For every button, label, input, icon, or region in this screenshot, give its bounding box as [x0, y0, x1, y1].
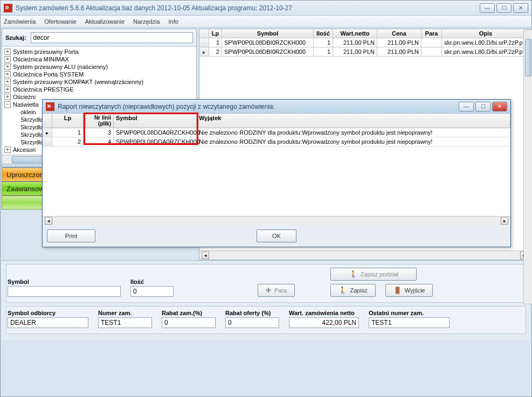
expand-icon[interactable]: +: [4, 147, 11, 153]
zapisz-button[interactable]: 🚶Zapisz: [330, 284, 375, 297]
minimize-button[interactable]: —: [480, 3, 495, 13]
report-dialog: Raport niewczytanych (nieprawidłowych) p…: [42, 99, 511, 247]
scroll-left-icon[interactable]: ◂: [45, 217, 52, 225]
ilosc-input[interactable]: [130, 286, 174, 297]
report-row[interactable]: 1 3 SPWP0P0L08DDA0RZCKH000 Nie znalezion…: [43, 128, 510, 137]
maximize-button[interactable]: ☐: [496, 3, 512, 13]
app-icon: [4, 4, 12, 12]
dialog-close-button[interactable]: ✕: [492, 102, 507, 112]
ostatni-numer-input[interactable]: [369, 317, 450, 328]
save-icon: 🚶: [338, 287, 347, 294]
report-grid[interactable]: Lp Nr linii (plik) Symbol Wyjątek 1 3 SP…: [43, 114, 510, 147]
wart-zam-label: Wart. zamówienia netto: [289, 310, 359, 316]
menu-zamowienia[interactable]: Zamówienia: [4, 18, 36, 25]
para-button[interactable]: ✚Para: [258, 284, 295, 297]
expand-icon[interactable]: +: [4, 56, 11, 62]
grid-row[interactable]: 1 SPWP0P0L08DBI0RZCKH000 1 211,00 PLN 21…: [199, 38, 530, 47]
expand-icon[interactable]: +: [4, 71, 11, 78]
menu-narzedzia[interactable]: Narzędzia: [133, 18, 160, 25]
rabat-zam-input[interactable]: [162, 317, 216, 328]
order-lines-grid[interactable]: Lp Symbol Ilość Wart.netto Cena Para Opi…: [199, 29, 530, 57]
wyjscie-button[interactable]: 🚪Wyjście: [385, 284, 433, 297]
dialog-maximize-button[interactable]: ☐: [475, 102, 490, 112]
ok-button[interactable]: OK: [257, 229, 296, 242]
row-selector[interactable]: [43, 137, 52, 146]
window-title: System zamówień 5.6.6 Aktualizacja baz d…: [16, 4, 480, 12]
scroll-left-icon[interactable]: ◂: [202, 252, 209, 259]
summary-row: Symbol odbiorcy Numer zam. Rabat zam.(%)…: [6, 306, 526, 334]
symbol-odbiorcy-input[interactable]: [8, 317, 88, 328]
person-icon: 🚶: [349, 270, 357, 278]
numer-zam-label: Numer zam.: [98, 310, 152, 316]
dialog-title: Raport niewczytanych (nieprawidłowych) p…: [58, 103, 459, 110]
dialog-minimize-button[interactable]: —: [459, 102, 474, 112]
expand-icon[interactable]: +: [4, 48, 11, 55]
app-icon: [46, 102, 54, 111]
window-controls: — ☐ ✕: [480, 3, 528, 13]
grid-hscroll[interactable]: ◂ ▸: [199, 250, 530, 260]
tree-item[interactable]: +Ościeżnica MINIMAX: [2, 55, 196, 63]
wart-zam-display: [289, 317, 359, 328]
rabat-zam-label: Rabat zam.(%): [162, 310, 216, 316]
print-button[interactable]: Print: [47, 229, 95, 242]
row-selector[interactable]: [199, 38, 209, 47]
expand-icon[interactable]: +: [4, 64, 11, 70]
report-row[interactable]: 2 4 SPWP0P0L08DDA0RZCKH000 Nie znalezion…: [43, 137, 510, 147]
symbol-odbiorcy-label: Symbol odbiorcy: [8, 310, 88, 316]
symbol-input[interactable]: [8, 286, 121, 297]
symbol-label: Symbol: [8, 278, 121, 285]
expand-icon[interactable]: +: [4, 79, 11, 85]
menu-aktualizowanie[interactable]: Aktualizowanie: [85, 18, 125, 25]
plus-icon: ✚: [266, 287, 271, 294]
rabat-oferty-input[interactable]: [225, 317, 279, 328]
close-button[interactable]: ✕: [513, 3, 528, 13]
menubar: Zamówienia Ofertowanie Aktualizowanie Na…: [1, 16, 531, 27]
tree-item[interactable]: +Ościeżnica Porta SYSTEM: [2, 71, 196, 78]
collapse-icon[interactable]: −: [4, 101, 11, 108]
dialog-titlebar: Raport niewczytanych (nieprawidłowych) p…: [43, 100, 510, 114]
expand-icon[interactable]: +: [4, 94, 11, 100]
grid-row[interactable]: 2 SPWP0P0L08DBI0RZCKH000 1 211,00 PLN 21…: [199, 47, 530, 57]
grid-header: Lp Symbol Ilość Wart.netto Cena Para Opi…: [199, 29, 530, 38]
dialog-body: Lp Nr linii (plik) Symbol Wyjątek 1 3 SP…: [43, 114, 510, 216]
ostatni-numer-label: Ostatni numer zam.: [369, 310, 450, 316]
exit-icon: 🚪: [393, 287, 402, 294]
main-vscrollbar[interactable]: [523, 30, 532, 304]
menu-info[interactable]: Info: [169, 18, 178, 25]
expand-icon[interactable]: +: [4, 86, 11, 93]
tree-item[interactable]: +Ościeżnica PRESTIGE: [2, 86, 196, 93]
bottom-panel: Symbol Ilość ✚Para 🚶Zapisz podział 🚶Zapi…: [2, 260, 530, 340]
row-selector[interactable]: [43, 128, 52, 137]
menu-ofertowanie[interactable]: Ofertowanie: [44, 18, 76, 25]
scroll-right-icon[interactable]: ▸: [501, 217, 508, 225]
zapisz-podzial-button[interactable]: 🚶Zapisz podział: [330, 268, 417, 281]
order-entry-row: Symbol Ilość ✚Para 🚶Zapisz podział 🚶Zapi…: [6, 264, 526, 303]
dialog-hscroll[interactable]: ◂ ▸: [43, 216, 510, 225]
ilosc-label: Ilość: [130, 278, 174, 285]
row-selector[interactable]: [199, 47, 209, 56]
rabat-oferty-label: Rabat oferty (%): [225, 310, 279, 316]
report-grid-header: Lp Nr linii (plik) Symbol Wyjątek: [43, 114, 510, 128]
numer-zam-input[interactable]: [98, 317, 152, 328]
tree-item[interactable]: +System przesuwny KOMPAKT (wewnątrzścien…: [2, 78, 196, 86]
tree-item[interactable]: +System przesuwny ALU (naścienny): [2, 63, 196, 71]
tree-item[interactable]: +System przesuwny Porta: [2, 48, 196, 55]
search-row: Szukaj:: [2, 29, 196, 47]
search-label: Szukaj:: [5, 34, 26, 41]
dialog-footer: Print OK: [43, 225, 510, 247]
search-input[interactable]: [31, 32, 193, 43]
main-titlebar: System zamówień 5.6.6 Aktualizacja baz d…: [1, 1, 531, 16]
scrollbar-thumb[interactable]: [525, 39, 531, 76]
